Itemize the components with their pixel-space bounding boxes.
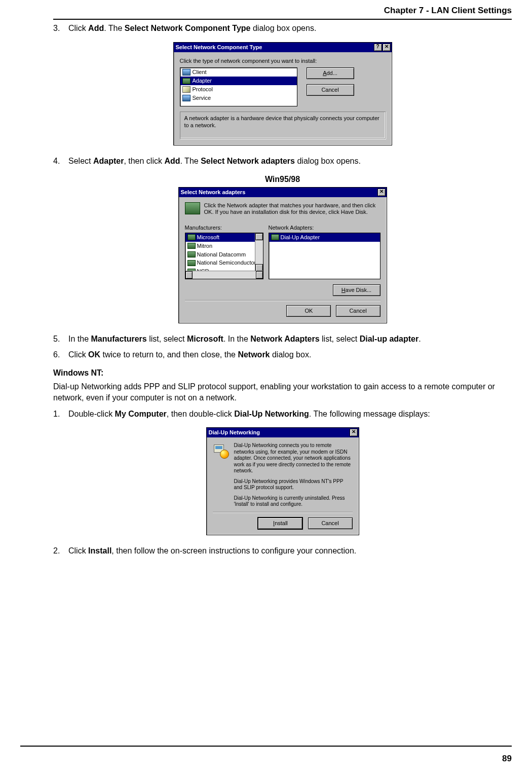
cancel-button[interactable]: Cancel [336,305,381,317]
figure-caption: Win95/98 [53,174,512,185]
step-4: 4. Select Adapter, then click Add. The S… [53,156,512,167]
message-p1: Dial-Up Networking connects you to remot… [234,442,353,474]
step-text: Click OK twice to return to, and then cl… [68,349,512,360]
scrollbar-vertical[interactable] [255,233,263,271]
step-text: In the Manufacturers list, select Micros… [68,334,512,345]
bottom-rule [20,746,512,747]
list-item-national-semiconductor[interactable]: National Semiconductor [185,258,263,267]
step-number: 4. [53,156,68,167]
step-text: Select Adapter, then click Add. The Sele… [68,156,512,167]
component-description: A network adapter is a hardware device t… [180,112,386,139]
manufacturers-label: Manufacturers: [185,224,263,232]
adapter-icon [182,78,191,84]
dialog-title: Dial-Up Networking [209,429,260,436]
top-rule [53,19,512,20]
add-button[interactable]: Add... [307,67,354,79]
protocol-icon [182,86,191,93]
step-number: 3. [53,23,68,34]
step-3: 3. Click Add. The Select Network Compone… [53,23,512,34]
ok-button[interactable]: OK [286,305,331,317]
dial-up-networking-icon [213,442,230,460]
cancel-button[interactable]: Cancel [308,518,353,529]
list-item-protocol[interactable]: Protocol [180,85,297,94]
scrollbar-horizontal[interactable] [185,271,263,279]
mfg-icon [187,243,196,249]
adapter-icon [271,234,279,240]
dialog-select-network-adapters: Select Network adapters ✕ Click the Netw… [178,187,387,323]
mfg-icon [187,234,196,240]
step-number: 6. [53,349,68,360]
cancel-button[interactable]: Cancel [307,84,354,96]
close-button[interactable]: ✕ [377,189,386,196]
dialog-prompt: Click the Network adapter that matches y… [204,202,381,216]
component-type-list[interactable]: Client Adapter Protocol Service [180,67,297,106]
step-5: 5. In the Manufacturers list, select Mic… [53,334,512,345]
dialog-select-network-component-type: Select Network Component Type ? ✕ Click … [173,42,392,146]
list-item-client[interactable]: Client [180,68,297,77]
chapter-title: Chapter 7 - LAN Client Settings [53,5,512,19]
close-button[interactable]: ✕ [383,44,391,51]
dialog-title: Select Network adapters [181,189,246,196]
list-item-microsoft[interactable]: Microsoft [185,233,263,242]
dialog-title: Select Network Component Type [176,44,262,51]
message-p2: Dial-Up Networking provides Windows NT's… [234,478,353,491]
separator [213,512,353,513]
adapter-big-icon [185,202,200,214]
dialog-prompt: Click the type of network component you … [180,57,386,65]
manufacturers-list[interactable]: Microsoft Mitron National Datacomm Natio… [185,233,263,279]
titlebar: Select Network adapters ✕ [179,188,387,197]
step-number: 5. [53,334,68,345]
help-button[interactable]: ? [374,44,382,51]
network-adapters-list[interactable]: Dial-Up Adapter [269,233,381,279]
windows-nt-paragraph: Dial-up Networking adds PPP and SLIP pro… [53,381,512,403]
step-number: 2. [53,545,68,557]
titlebar: Dial-Up Networking ✕ [207,428,359,437]
mfg-icon [187,251,196,257]
close-button[interactable]: ✕ [350,429,358,436]
separator [185,300,381,301]
network-adapters-label: Network Adapters: [269,224,381,232]
list-item-adapter[interactable]: Adapter [180,77,297,85]
list-item-dialup-adapter[interactable]: Dial-Up Adapter [269,233,380,242]
step-number: 1. [53,409,68,420]
message-p3: Dial-Up Networking is currently uninstal… [234,495,353,508]
mfg-icon [187,260,196,266]
nt-step-2: 2. Click Install, then follow the on-scr… [53,545,512,557]
nt-step-1: 1. Double-click My Computer, then double… [53,409,512,420]
windows-nt-heading: Windows NT: [53,367,512,379]
install-button[interactable]: Install [257,517,303,530]
list-item-national-datacomm[interactable]: National Datacomm [185,250,263,259]
step-text: Click Add. The Select Network Component … [68,23,512,34]
step-6: 6. Click OK twice to return to, and then… [53,349,512,360]
list-item-mitron[interactable]: Mitron [185,242,263,250]
service-icon [182,95,191,101]
client-icon [182,69,191,76]
step-text: Click Install, then follow the on-screen… [68,545,512,557]
page-number: 89 [502,753,512,765]
dialog-dial-up-networking: Dial-Up Networking ✕ Dial-Up Networking … [206,427,359,535]
step-text: Double-click My Computer, then double-cl… [68,409,512,420]
have-disk-button[interactable]: Have Disk... [333,284,381,296]
list-item-service[interactable]: Service [180,94,297,102]
titlebar: Select Network Component Type ? ✕ [174,43,392,52]
